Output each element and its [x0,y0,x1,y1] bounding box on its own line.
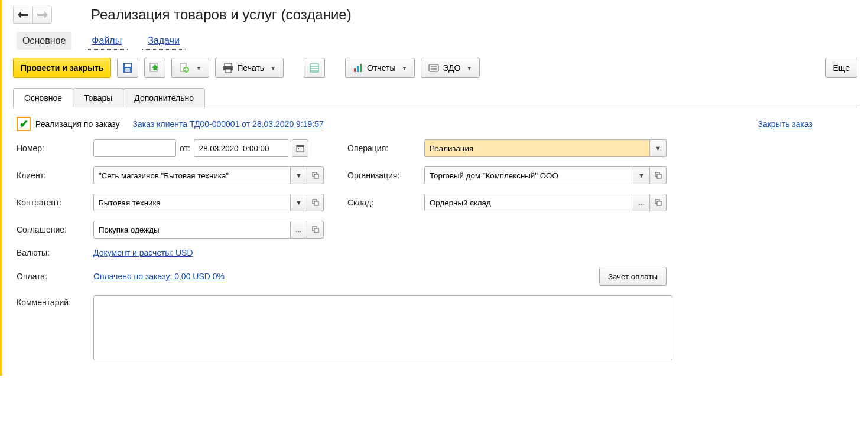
section-nav: Основное Файлы Задачи [13,32,857,50]
currencies-label: Валюты: [17,248,93,257]
svg-rect-21 [298,148,299,149]
comment-textarea[interactable] [93,295,672,360]
comment-label: Комментарий: [17,298,71,307]
organization-dropdown-button[interactable]: ▼ [633,166,650,184]
counterparty-input[interactable] [93,194,291,211]
open-icon [312,226,319,233]
warehouse-select-button[interactable] [633,194,650,211]
post-and-close-button[interactable]: Провести и закрыть [13,58,111,78]
counterparty-label: Контрагент: [17,198,93,207]
register-button[interactable] [304,58,325,78]
create-based-on-button[interactable]: ▼ [171,58,209,78]
open-icon [655,172,662,179]
order-checkbox-label: Реализация по заказу [35,119,120,129]
operation-dropdown-button[interactable]: ▼ [650,139,667,157]
warehouse-input[interactable] [424,194,633,211]
client-dropdown-button[interactable]: ▼ [291,166,307,184]
customer-order-link[interactable]: Заказ клиента ТД00-000001 от 28.03.2020 … [133,119,324,129]
printer-icon [223,63,233,73]
agreement-select-button[interactable] [291,221,307,239]
caret-down-icon: ▼ [638,172,645,179]
svg-rect-14 [357,66,359,72]
close-order-link[interactable]: Закрыть заказ [758,119,813,129]
svg-rect-6 [225,63,232,66]
currency-link[interactable]: Документ и расчеты: USD [93,248,193,257]
caret-down-icon: ▼ [655,145,661,152]
svg-rect-16 [429,64,438,71]
tab-main[interactable]: Основное [13,88,73,107]
agreement-label: Соглашение: [17,225,93,234]
svg-rect-29 [657,201,661,205]
calendar-button[interactable] [292,139,308,157]
chart-icon [353,63,363,73]
edo-icon [428,63,439,73]
reports-button[interactable]: Отчеты ▼ [345,58,415,78]
organization-label: Организация: [347,171,424,180]
order-checkbox[interactable]: ✔ [17,117,31,131]
svg-rect-13 [354,68,356,72]
date-input[interactable] [194,139,288,157]
print-button[interactable]: Печать ▼ [215,58,284,78]
payment-link[interactable]: Оплачено по заказу: 0,00 USD 0% [93,272,225,281]
section-tasks[interactable]: Задачи [142,32,186,50]
print-label: Печать [237,63,264,73]
post-button[interactable] [144,58,165,78]
svg-rect-2 [125,68,130,72]
agreement-input[interactable] [93,221,291,239]
number-input[interactable] [93,139,176,157]
tab-extra[interactable]: Дополнительно [123,88,205,107]
caret-down-icon: ▼ [270,65,276,71]
table-icon [309,63,320,73]
svg-rect-27 [314,201,318,205]
nav-forward-button[interactable] [32,6,51,23]
from-label: от: [180,143,190,153]
more-button[interactable]: Еще [825,58,858,78]
caret-down-icon: ▼ [401,65,407,71]
open-icon [312,172,319,179]
toolbar: Провести и закрыть ▼ Печать ▼ Отчеты ▼ Э [13,58,857,78]
svg-rect-20 [297,145,304,147]
edo-button[interactable]: ЭДО ▼ [421,58,480,78]
svg-rect-25 [657,174,661,178]
svg-rect-23 [314,174,318,178]
organization-open-button[interactable] [650,166,667,184]
svg-rect-31 [314,228,318,233]
edo-label: ЭДО [443,63,460,73]
organization-input[interactable] [424,166,633,184]
operation-input[interactable] [424,139,650,157]
client-label: Клиент: [17,171,93,180]
caret-down-icon: ▼ [196,65,201,71]
counterparty-open-button[interactable] [307,194,324,211]
open-icon [655,199,662,206]
payment-label: Оплата: [17,272,93,281]
section-main[interactable]: Основное [17,32,71,50]
warehouse-label: Склад: [347,198,424,207]
doc-plus-icon [179,63,190,73]
svg-rect-1 [125,64,131,67]
post-icon [149,63,160,73]
warehouse-open-button[interactable] [650,194,667,211]
nav-back-button[interactable] [14,6,32,23]
caret-down-icon: ▼ [295,172,302,179]
agreement-open-button[interactable] [307,221,324,239]
payment-offset-button[interactable]: Зачет оплаты [599,267,667,286]
svg-rect-15 [360,64,362,72]
client-input[interactable] [93,166,291,184]
client-open-button[interactable] [307,166,324,184]
caret-down-icon: ▼ [466,65,472,71]
caret-down-icon: ▼ [295,199,302,206]
section-files[interactable]: Файлы [86,32,128,50]
check-icon: ✔ [19,119,28,129]
nav-arrows [13,6,52,24]
floppy-icon [122,63,133,73]
content-tabs: Основное Товары Дополнительно [13,87,857,107]
counterparty-dropdown-button[interactable]: ▼ [291,194,307,211]
number-label: Номер: [17,143,93,153]
svg-rect-8 [225,69,231,73]
tab-goods[interactable]: Товары [73,88,123,107]
page-title: Реализация товаров и услуг (создание) [91,6,352,23]
operation-label: Операция: [347,143,424,153]
reports-label: Отчеты [367,63,395,73]
calendar-icon [296,144,304,152]
save-button[interactable] [117,58,138,78]
